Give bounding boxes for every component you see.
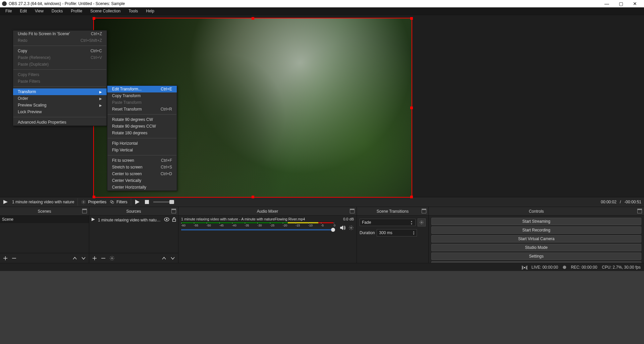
edit-lock-preview[interactable]: Lock Preview [13, 109, 107, 115]
media-stop-button[interactable] [144, 199, 150, 205]
transform-reset[interactable]: Reset TransformCtrl+R [107, 106, 177, 113]
duration-stepper[interactable]: 300 ms ▲▼ [377, 229, 417, 236]
source-item[interactable]: 1 minute relaxing video with nature - A … [89, 216, 178, 224]
audio-meter-ticks: -60-55-50-45-40-35-30-25-20-15-10-50 [181, 224, 334, 227]
media-time-elapsed: 00:00:02 [601, 200, 616, 204]
chevron-updown-icon: ▲▼ [409, 220, 414, 225]
menu-scene-collection[interactable]: Scene Collection [86, 8, 124, 14]
chevron-right-icon: ▶ [99, 90, 102, 94]
svg-point-8 [166, 219, 167, 220]
selection-handle-mr[interactable] [410, 107, 413, 109]
undock-icon[interactable] [82, 209, 87, 213]
undock-icon[interactable] [637, 209, 642, 213]
source-settings-button[interactable] [109, 256, 115, 261]
edit-undo[interactable]: Undo Fit to Screen In 'Scene'Ctrl+Z [13, 30, 107, 37]
edit-transform[interactable]: Transform▶ [13, 88, 107, 95]
status-cpu: CPU: 2.7%, 30.00 fps [602, 265, 641, 270]
preview-area: Undo Fit to Screen In 'Scene'Ctrl+Z Redo… [0, 15, 644, 197]
edit-copy[interactable]: CopyCtrl+C [13, 48, 107, 54]
studio-mode-button[interactable]: Studio Mode [431, 244, 641, 251]
transform-flip-vertical[interactable]: Flip Vertical [107, 147, 177, 153]
move-source-up-button[interactable] [161, 256, 167, 261]
track-settings-button[interactable] [348, 225, 354, 231]
edit-advanced-audio[interactable]: Advanced Audio Properties [13, 119, 107, 126]
svg-marker-6 [92, 218, 95, 221]
edit-preview-scaling[interactable]: Preview Scaling▶ [13, 102, 107, 109]
transform-rotate-cw[interactable]: Rotate 90 degrees CW [107, 116, 177, 123]
menu-docks[interactable]: Docks [48, 8, 67, 14]
transform-copy[interactable]: Copy Transform [107, 92, 177, 99]
menu-help[interactable]: Help [142, 8, 158, 14]
transform-rotate-ccw[interactable]: Rotate 90 degrees CCW [107, 123, 177, 130]
filters-button[interactable]: Filters [110, 200, 127, 204]
volume-slider[interactable] [181, 229, 334, 230]
visibility-eye-icon[interactable] [164, 217, 169, 222]
remove-source-button [101, 256, 106, 261]
selected-source-label: 1 minute relaxing video with nature [12, 200, 74, 204]
transition-settings-button[interactable] [418, 218, 426, 226]
transform-flip-horizontal[interactable]: Flip Horizontal [107, 140, 177, 147]
selection-handle-bl[interactable] [93, 196, 95, 198]
svg-rect-5 [145, 200, 149, 204]
move-source-down-button[interactable] [170, 256, 175, 261]
remove-scene-button[interactable] [11, 256, 17, 261]
undock-icon[interactable] [422, 209, 426, 213]
lock-icon[interactable] [172, 217, 176, 223]
menu-separator [13, 86, 106, 87]
selection-handle-bc[interactable] [252, 196, 254, 198]
media-play-button[interactable] [135, 199, 141, 205]
menu-tools[interactable]: Tools [124, 8, 142, 14]
svg-point-13 [421, 222, 422, 223]
scene-transitions-title: Scene Transitions [357, 207, 428, 216]
transform-fit-to-screen[interactable]: Fit to screenCtrl+F [107, 157, 177, 164]
edit-copy-filters: Copy Filters [13, 71, 107, 78]
transform-rotate-180[interactable]: Rotate 180 degrees [107, 130, 177, 136]
window-maximize-button[interactable]: ▢ [614, 1, 628, 6]
docks-row: Scenes Scene Sources 1 minute relaxing v… [0, 207, 644, 263]
svg-marker-0 [3, 200, 8, 204]
scene-item[interactable]: Scene [0, 216, 89, 223]
undock-icon[interactable] [350, 209, 355, 213]
move-scene-down-button[interactable] [81, 256, 86, 261]
source-toolbar: 1 minute relaxing video with nature Prop… [0, 197, 644, 207]
exit-button[interactable]: Exit [431, 261, 641, 263]
move-scene-up-button[interactable] [72, 256, 77, 261]
undock-icon[interactable] [171, 209, 176, 213]
add-source-button[interactable] [92, 256, 97, 261]
transform-center-to-screen[interactable]: Center to screenCtrl+D [107, 170, 177, 177]
chevron-right-icon: ▶ [99, 104, 102, 107]
menu-edit[interactable]: Edit [16, 8, 31, 14]
selection-handle-br[interactable] [410, 196, 413, 198]
menu-view[interactable]: View [31, 8, 48, 14]
slider-thumb[interactable] [331, 228, 335, 232]
edit-redo: RedoCtrl+Shift+Z [13, 37, 107, 44]
transform-center-horizontally[interactable]: Center Horizontally [107, 184, 177, 191]
transform-stretch-to-screen[interactable]: Stretch to screenCtrl+S [107, 164, 177, 170]
menu-file[interactable]: File [1, 8, 16, 14]
selection-handle-tl[interactable] [93, 17, 95, 20]
properties-button[interactable]: Properties [81, 200, 106, 204]
status-live: LIVE: 00:00:00 [531, 265, 558, 270]
svg-point-1 [83, 201, 85, 203]
settings-button[interactable]: Settings [431, 253, 641, 260]
selection-handle-tc[interactable] [252, 17, 254, 20]
start-recording-button[interactable]: Start Recording [431, 226, 641, 234]
start-streaming-button[interactable]: Start Streaming [431, 218, 641, 225]
menu-profile[interactable]: Profile [67, 8, 86, 14]
slider-thumb[interactable] [169, 200, 174, 204]
transform-center-vertically[interactable]: Center Vertically [107, 177, 177, 184]
transition-select[interactable]: Fade ▲▼ [360, 219, 416, 226]
speaker-icon[interactable] [340, 225, 346, 231]
scene-transitions-dock: Scene Transitions Fade ▲▼ Duration 300 m… [357, 207, 429, 263]
no-source-icon [3, 199, 9, 205]
window-close-button[interactable]: ✕ [628, 1, 642, 6]
chevron-updown-icon: ▲▼ [411, 230, 416, 236]
start-virtual-camera-button[interactable]: Start Virtual Camera [431, 235, 641, 243]
selection-handle-tr[interactable] [410, 17, 413, 20]
window-minimize-button[interactable]: — [600, 1, 614, 6]
media-seek-slider[interactable] [153, 201, 173, 203]
add-scene-button[interactable] [3, 256, 8, 261]
transform-edit[interactable]: Edit Transform...Ctrl+E [107, 86, 177, 92]
transform-submenu: Edit Transform...Ctrl+E Copy Transform P… [107, 85, 177, 191]
edit-order[interactable]: Order▶ [13, 95, 107, 102]
